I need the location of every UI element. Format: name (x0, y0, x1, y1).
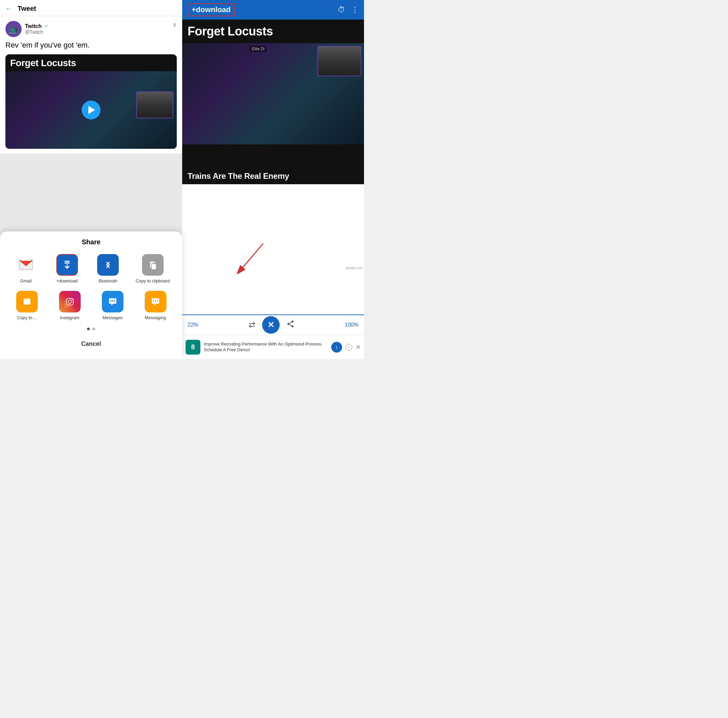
svg-line-27 (243, 243, 263, 267)
share-label-gmail: Gmail (20, 279, 32, 284)
share-title: Share (5, 238, 177, 246)
elite-label: Elite Di (250, 46, 266, 52)
tweet-content: 📺 Twitch ✓ @Twitch ∨ Rev 'em if you've g… (0, 16, 182, 153)
share-item-messaging[interactable]: Messaging (142, 291, 169, 321)
svg-rect-12 (24, 299, 31, 305)
messaging-icon (145, 291, 166, 312)
right-game-scene: Elite Di (182, 43, 364, 144)
chevron-down-icon[interactable]: ∨ (172, 21, 177, 28)
tweet-text: Rev 'em if you've got 'em. (5, 40, 177, 50)
bluetooth-icon (97, 254, 119, 276)
tweet-user-row: 📺 Twitch ✓ @Twitch ∨ (5, 21, 177, 37)
back-button[interactable]: ← (5, 5, 12, 12)
share-modal: Share Gmail (0, 231, 182, 359)
svg-point-29 (288, 323, 289, 325)
share-item-instagram[interactable]: Instagram (57, 291, 83, 321)
download-icon (57, 254, 78, 276)
svg-point-17 (71, 299, 72, 300)
more-menu-icon[interactable]: ⋮ (351, 5, 359, 14)
instagram-icon (59, 291, 81, 312)
svg-line-31 (289, 325, 292, 326)
header-icons: ⏱ ⋮ (338, 5, 359, 14)
svg-point-23 (153, 300, 154, 302)
svg-point-24 (155, 300, 156, 302)
annotation-arrow (236, 240, 283, 274)
share-label-messages: Messages (102, 315, 122, 321)
share-label-download: +download (57, 279, 78, 284)
gmail-icon (15, 254, 37, 276)
video-title: Forget Locusts (10, 58, 76, 68)
ad-cta-button[interactable]: › (331, 342, 342, 352)
share-button[interactable] (286, 320, 295, 330)
right-pip-person (318, 47, 361, 76)
right-header: +download ⏱ ⋮ (182, 0, 364, 20)
play-icon (89, 106, 95, 114)
left-panel: ← Tweet 📺 Twitch ✓ @Twitch ∨ Rev 'em if … (0, 0, 182, 359)
tweet-user-info: 📺 Twitch ✓ @Twitch (5, 21, 49, 37)
svg-point-30 (292, 325, 294, 327)
svg-rect-14 (64, 295, 76, 308)
ad-icon: 8 (185, 340, 200, 355)
pagination-dots (5, 328, 177, 330)
tweet-names: Twitch ✓ @Twitch (25, 23, 49, 35)
video-game-scene (5, 71, 177, 149)
progress-end-label: 100% (345, 322, 359, 328)
verified-icon: ✓ (44, 24, 49, 29)
svg-rect-13 (24, 298, 29, 299)
share-label-messaging: Messaging (145, 315, 166, 321)
share-row-1: Gmail +download (5, 254, 177, 284)
play-button[interactable] (82, 101, 101, 119)
right-bottom-bar: 22% ⇄ ✕ 100% (182, 314, 364, 335)
share-label-bluetooth: Bluetooth (99, 279, 118, 284)
header-title: +download (192, 5, 231, 14)
share-item-clipboard[interactable]: Copy to clipboard (136, 254, 170, 284)
close-icon: ✕ (268, 320, 274, 330)
right-panel: +download ⏱ ⋮ Forget Locusts Elite Di Tr… (182, 0, 364, 359)
video-title-overlay: Forget Locusts (5, 54, 177, 72)
share-item-gmail[interactable]: Gmail (12, 254, 40, 284)
copyto-icon (16, 291, 38, 312)
pip-thumbnail (136, 92, 173, 118)
ad-close-button[interactable]: ✕ (356, 343, 361, 351)
twitch-logo-icon: 📺 (8, 24, 18, 34)
svg-rect-4 (64, 262, 70, 263)
dot-1 (87, 328, 90, 330)
right-video-title: Forget Locusts (182, 20, 364, 43)
ad-info-button[interactable]: i (346, 344, 352, 351)
share-row-2: Copy to… (5, 291, 177, 321)
repeat-button[interactable]: ⇄ (249, 320, 255, 330)
right-subtitle: Trains Are The Real Enemy (182, 168, 364, 184)
header-title-box: +download (188, 3, 235, 16)
right-video-area: Forget Locusts Elite Di (182, 20, 364, 168)
progress-label: 22% (188, 322, 198, 328)
dot-2 (92, 328, 95, 330)
page-title: Tweet (18, 5, 36, 12)
share-item-download[interactable]: +download (54, 254, 81, 284)
video-thumbnail[interactable]: Forget Locusts (5, 54, 177, 149)
share-item-copyto[interactable]: Copy to… (14, 291, 40, 321)
svg-line-32 (289, 322, 292, 324)
share-item-messages[interactable]: Messages (99, 291, 126, 321)
watermark: wsxdn.com (346, 266, 362, 270)
ad-banner: 8 Improve Recruiting Performance With An… (182, 335, 364, 359)
svg-rect-5 (102, 259, 114, 271)
ad-text: Improve Recruiting Performance With An O… (204, 341, 328, 353)
svg-point-20 (112, 300, 113, 302)
svg-rect-9 (151, 263, 156, 269)
svg-rect-8 (151, 261, 154, 262)
tweet-username-row: Twitch ✓ (25, 23, 49, 29)
svg-point-28 (292, 320, 294, 323)
username: Twitch (25, 23, 41, 29)
clipboard-icon (142, 254, 164, 276)
svg-point-25 (157, 300, 158, 302)
share-label-instagram: Instagram (60, 315, 80, 321)
cancel-button[interactable]: Cancel (5, 337, 177, 351)
share-item-bluetooth[interactable]: Bluetooth (95, 254, 121, 284)
history-icon[interactable]: ⏱ (338, 5, 345, 14)
svg-rect-10 (153, 263, 155, 264)
svg-point-19 (110, 300, 111, 302)
share-label-clipboard: Copy to clipboard (136, 279, 170, 284)
close-button[interactable]: ✕ (262, 316, 280, 334)
tweet-handle: @Twitch (25, 29, 49, 35)
tweet-header: ← Tweet (0, 0, 182, 16)
